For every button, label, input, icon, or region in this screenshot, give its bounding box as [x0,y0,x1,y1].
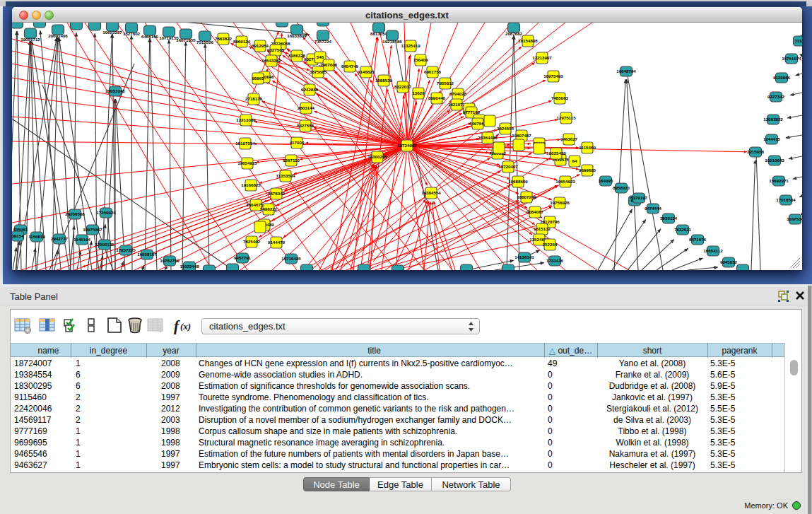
svg-text:64: 64 [572,158,577,163]
svg-text:10210643: 10210643 [765,158,784,163]
svg-text:3624554: 3624554 [497,126,514,131]
svg-text:12975115: 12975115 [556,115,576,120]
svg-text:3875685: 3875685 [310,69,327,74]
svg-text:17016504: 17016504 [776,197,796,202]
svg-text:20364436: 20364436 [478,135,498,140]
svg-text:546: 546 [317,54,324,59]
svg-text:1588520: 1588520 [375,78,393,83]
svg-text:8813054: 8813054 [370,31,388,36]
svg-text:10973493: 10973493 [543,74,563,78]
svg-text:16671355: 16671355 [176,37,196,42]
svg-text:417004: 417004 [290,140,305,145]
svg-text:6179197: 6179197 [630,195,648,200]
svg-text:9699695: 9699695 [579,168,596,173]
svg-text:12213389: 12213389 [236,117,256,122]
svg-text:7625402: 7625402 [243,239,261,244]
svg-text:11353594: 11353594 [276,173,295,178]
svg-text:8454749: 8454749 [341,64,359,69]
svg-text:7632621: 7632621 [674,227,692,232]
svg-text:12213967: 12213967 [532,55,552,60]
svg-text:17359924: 17359924 [96,210,116,215]
svg-text:9227342: 9227342 [767,94,785,99]
svg-text:1615132: 1615132 [534,226,551,231]
svg-text:1167534: 1167534 [787,216,802,221]
svg-text:1244415: 1244415 [763,136,781,141]
svg-text:15720407: 15720407 [498,164,518,169]
svg-text:15716485: 15716485 [281,256,301,261]
svg-text:1156819: 1156819 [28,234,45,239]
svg-text:9242848: 9242848 [301,87,319,92]
svg-text:9245652: 9245652 [720,259,738,264]
svg-text:2718176: 2718176 [245,96,263,101]
svg-text:7663822: 7663822 [215,36,233,41]
svg-text:8427552: 8427552 [297,123,314,128]
svg-text:10654112: 10654112 [703,248,723,253]
svg-text:1145194: 1145194 [73,237,90,242]
svg-text:164095: 164095 [599,178,613,183]
svg-text:1621072: 1621072 [448,102,466,107]
svg-text:2803144: 2803144 [298,105,315,110]
svg-text:11325419: 11325419 [401,43,420,48]
svg-text:19166825: 19166825 [241,182,261,187]
svg-text:9457791: 9457791 [234,255,252,260]
svg-text:14136141: 14136141 [514,255,534,259]
svg-text:6466160: 6466160 [141,34,159,39]
svg-text:20691406: 20691406 [48,33,68,38]
svg-text:10975867: 10975867 [83,227,102,232]
svg-text:7515526: 7515526 [196,40,214,45]
svg-text:5498222: 5498222 [260,206,278,211]
svg-text:10025433: 10025433 [546,151,566,156]
svg-text:9115460: 9115460 [579,145,596,150]
svg-text:19384554: 19384554 [421,190,441,195]
svg-text:18807249: 18807249 [517,194,536,199]
svg-text:9144479: 9144479 [268,240,286,245]
svg-text:9463627: 9463627 [560,136,578,141]
svg-text:16782759: 16782759 [160,258,180,263]
svg-text:18300295: 18300295 [367,154,387,159]
svg-text:16543362: 16543362 [261,58,281,63]
svg-text:156409: 156409 [413,57,428,62]
svg-text:15692971: 15692971 [769,178,789,183]
svg-text:8990448: 8990448 [428,95,446,100]
svg-text:17957225: 17957225 [116,247,136,252]
svg-text:10653287: 10653287 [102,30,122,35]
svg-text:9084067: 9084067 [526,209,544,214]
svg-text:10958107: 10958107 [137,252,157,257]
svg-text:8471676: 8471676 [689,237,707,242]
svg-text:9474444: 9474444 [645,206,662,211]
svg-text:18724007: 18724007 [397,143,417,148]
svg-text:8678342: 8678342 [268,191,286,196]
svg-text:16154808: 16154808 [518,38,538,43]
svg-text:9146821: 9146821 [358,69,375,74]
svg-text:6961758: 6961758 [424,69,442,74]
svg-text:7955812: 7955812 [437,81,454,86]
svg-text:16648794: 16648794 [616,69,636,74]
svg-text:16033809: 16033809 [287,33,307,38]
svg-text:1527602: 1527602 [123,31,141,36]
svg-text:19055712: 19055712 [20,37,40,42]
svg-text:1733426: 1733426 [546,258,564,263]
svg-text:10807487: 10807487 [512,133,531,138]
svg-text:8322037: 8322037 [394,84,412,89]
svg-text:19654925: 19654925 [237,160,257,165]
svg-text:10107554: 10107554 [235,141,255,146]
svg-text:8186328: 8186328 [288,53,306,58]
svg-text:252254: 252254 [543,242,558,247]
svg-text:1112: 1112 [794,38,802,43]
svg-text:8912954: 8912954 [252,43,269,48]
svg-text:39154: 39154 [12,233,24,238]
svg-text:19654923: 19654923 [555,179,575,184]
svg-text:20206568: 20206568 [65,211,85,216]
svg-text:2087682: 2087682 [505,31,523,36]
svg-text:7485063: 7485063 [551,95,569,100]
svg-text:f: f [174,317,180,334]
svg-text:2935114: 2935114 [660,216,677,221]
svg-text:13620: 13620 [412,90,425,95]
svg-text:9327503: 9327503 [267,47,285,52]
svg-text:2942737: 2942737 [51,236,69,241]
svg-text:8267110: 8267110 [283,158,300,163]
svg-text:19756928: 19756928 [550,200,570,205]
svg-text:9129966: 9129966 [773,75,791,80]
svg-text:7357224: 7357224 [314,39,332,44]
svg-text:29053346: 29053346 [105,88,125,93]
